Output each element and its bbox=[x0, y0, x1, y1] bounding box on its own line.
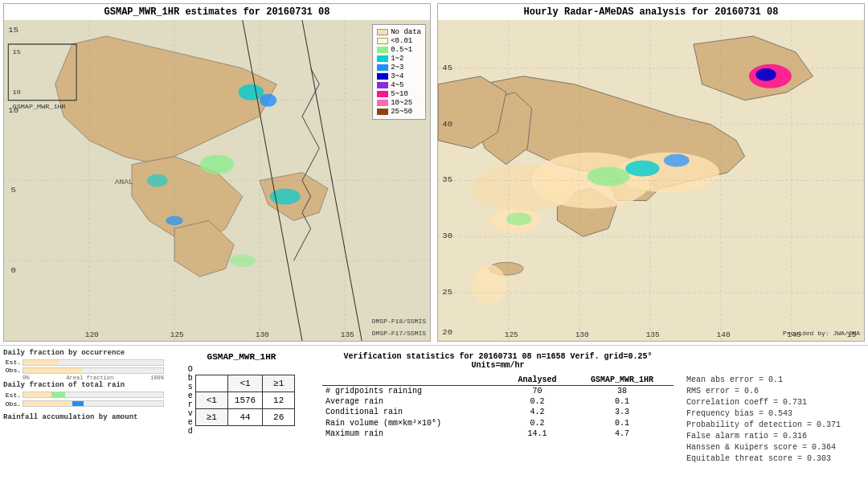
col-metric bbox=[322, 375, 504, 386]
contingency-wrapper: O b s e r v e d <1 ≥1 bbox=[188, 365, 295, 436]
row-header-lt1: <1 bbox=[195, 392, 227, 409]
obs-rain-bar-row: Obs. bbox=[3, 400, 164, 408]
col-header-lt1: <1 bbox=[227, 375, 262, 392]
legend-color-no-data bbox=[377, 29, 388, 35]
obs-rain-blue bbox=[72, 401, 84, 406]
stat-analysed-4: 14.1 bbox=[504, 428, 571, 439]
svg-text:140: 140 bbox=[717, 330, 731, 339]
legend-no-data: No data bbox=[377, 28, 421, 36]
legend-color-2-3 bbox=[377, 64, 388, 71]
obs-bar-row: Obs. bbox=[3, 367, 164, 374]
stat-gsmap-4: 4.7 bbox=[571, 428, 674, 439]
svg-point-55 bbox=[506, 212, 532, 225]
legend-4-5: 4~5 bbox=[377, 81, 421, 89]
fraction-occurrence-label: Daily fraction by occurrence bbox=[3, 349, 164, 357]
svg-text:35: 35 bbox=[442, 175, 452, 185]
right-map-title: Hourly Radar-AMeDAS analysis for 2016073… bbox=[438, 4, 864, 20]
prob-detection: Probability of detection = 0.371 bbox=[686, 420, 858, 429]
stats-table: Analysed GSMAP_MWR_1HR # gridpoints rain… bbox=[322, 375, 674, 439]
stat-label-0: # gridpoints raining bbox=[322, 386, 504, 397]
stat-label-2: Conditional rain bbox=[322, 407, 504, 417]
est-rain-label: Est. bbox=[3, 392, 21, 399]
hanssen-kuipers: Hanssen & Kuipers score = 0.364 bbox=[686, 443, 858, 452]
stats-row-0: # gridpoints raining 70 38 bbox=[322, 386, 674, 397]
est-bar-row: Est. bbox=[3, 359, 164, 366]
col-gsmap-header: GSMAP_MWR_1HR bbox=[571, 375, 674, 386]
stat-gsmap-1: 0.1 bbox=[571, 396, 674, 407]
freq-bias: Frequency bias = 0.543 bbox=[686, 409, 858, 418]
svg-point-49 bbox=[588, 167, 630, 187]
svg-text:10: 10 bbox=[13, 88, 21, 96]
maps-section: GSMAP_MWR_1HR estimates for 20160731 08 bbox=[0, 0, 868, 346]
stat-gsmap-3: 0.1 bbox=[571, 417, 674, 428]
right-map-panel: Hourly Radar-AMeDAS analysis for 2016073… bbox=[437, 3, 865, 342]
svg-text:125: 125 bbox=[505, 330, 518, 339]
svg-text:130: 130 bbox=[575, 330, 589, 339]
stats-header-row: Analysed GSMAP_MWR_1HR bbox=[322, 375, 674, 386]
legend-10-25: 10~25 bbox=[377, 99, 421, 107]
stats-row-1: Average rain 0.2 0.1 bbox=[322, 396, 674, 407]
fraction-occurrence-chart: Est. Obs. 0% Areal fraction 100% bbox=[3, 359, 164, 376]
legend-color-1-2 bbox=[377, 55, 388, 62]
est-rain-bar bbox=[23, 392, 51, 397]
stat-analysed-2: 4.2 bbox=[504, 407, 571, 417]
est-rain-bar-container bbox=[23, 392, 164, 398]
legend-05-1: 0.5~1 bbox=[377, 46, 421, 54]
svg-text:5: 5 bbox=[10, 186, 15, 195]
svg-text:30: 30 bbox=[442, 232, 452, 241]
svg-text:125: 125 bbox=[170, 330, 184, 339]
left-map-title: GSMAP_MWR_1HR estimates for 20160731 08 bbox=[4, 4, 430, 20]
obs-rain-bar-container bbox=[23, 400, 164, 407]
svg-text:0: 0 bbox=[10, 265, 15, 275]
legend-lt001: <0.01 bbox=[377, 37, 421, 45]
svg-text:25: 25 bbox=[442, 287, 452, 297]
left-map-caption2: DMSP-F17/SSMIS bbox=[372, 330, 426, 337]
contingency-title: GSMAP_MWR_1HR bbox=[207, 352, 276, 362]
est-rain-green bbox=[51, 392, 65, 397]
est-bar-fill bbox=[23, 360, 59, 365]
stats-row-4: Maximum rain 14.1 4.7 bbox=[322, 428, 674, 439]
legend-color-25-50 bbox=[377, 109, 388, 115]
svg-text:45: 45 bbox=[442, 63, 452, 72]
left-map-caption1: DMSP-F18/SSMIS bbox=[372, 318, 426, 325]
stats-row-2: Conditional rain 4.2 3.3 bbox=[322, 407, 674, 417]
mean-abs-error: Mean abs error = 0.1 bbox=[686, 375, 858, 384]
contingency-area: GSMAP_MWR_1HR O b s e r v e d < bbox=[167, 349, 316, 489]
svg-text:15: 15 bbox=[13, 48, 21, 55]
cell-r2c2: 26 bbox=[263, 409, 295, 426]
stat-label-4: Maximum rain bbox=[322, 428, 504, 439]
stat-gsmap-2: 3.3 bbox=[571, 407, 674, 417]
svg-text:135: 135 bbox=[646, 330, 660, 339]
stat-analysed-3: 0.2 bbox=[504, 417, 571, 428]
obs-label: Obs. bbox=[3, 367, 21, 374]
stat-analysed-1: 0.2 bbox=[504, 396, 571, 407]
svg-text:15: 15 bbox=[8, 25, 18, 35]
svg-point-50 bbox=[625, 161, 659, 177]
daily-rain-chart: Est. Obs. bbox=[3, 391, 164, 408]
svg-text:40: 40 bbox=[442, 119, 452, 129]
svg-point-8 bbox=[200, 155, 234, 174]
obs-rain-bar bbox=[23, 401, 72, 406]
cell-r1c2: 12 bbox=[263, 392, 295, 409]
obs-rain-label: Obs. bbox=[3, 400, 21, 408]
right-map-caption: Provided by: JWA/JMA bbox=[783, 330, 860, 337]
left-map-panel: GSMAP_MWR_1HR estimates for 20160731 08 bbox=[3, 3, 431, 342]
svg-point-51 bbox=[664, 154, 690, 167]
svg-point-56 bbox=[472, 264, 506, 305]
legend-color-10-25 bbox=[377, 100, 388, 106]
false-alarm-ratio: False alarm ratio = 0.316 bbox=[686, 432, 858, 441]
contingency-table: <1 ≥1 <1 1576 12 ≥1 44 26 bbox=[195, 375, 295, 426]
obs-bar-container bbox=[23, 367, 164, 374]
legend-color-05-1 bbox=[377, 47, 388, 53]
bottom-section: Daily fraction by occurrence Est. Obs. 0… bbox=[0, 346, 868, 492]
rainfall-amount-label: Rainfall accumulation by amount bbox=[3, 413, 164, 421]
daily-rain-label: Daily fraction of total rain bbox=[3, 381, 164, 389]
svg-text:GSMAP_MWR_1HR: GSMAP_MWR_1HR bbox=[13, 103, 66, 110]
est-bar-container bbox=[23, 359, 164, 366]
rms-error: RMS error = 0.6 bbox=[686, 387, 858, 396]
legend-color-lt001 bbox=[377, 38, 388, 44]
right-map-svg: 45 40 35 30 25 20 125 130 135 140 145 15 bbox=[438, 20, 864, 341]
map-legend: No data <0.01 0.5~1 1~2 2~3 bbox=[372, 24, 426, 120]
legend-2-3: 2~3 bbox=[377, 64, 421, 72]
est-rain-bar-row: Est. bbox=[3, 391, 164, 399]
